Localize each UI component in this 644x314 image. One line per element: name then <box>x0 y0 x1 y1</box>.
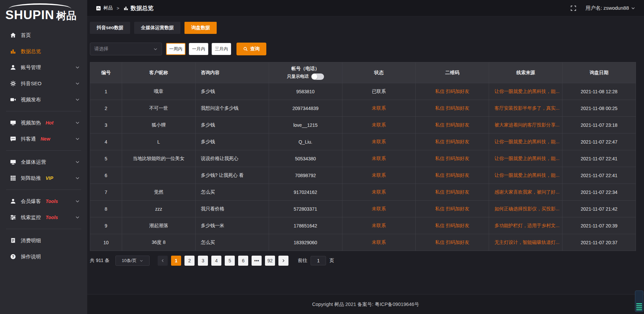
sidebar-item-home[interactable]: 首页 <box>0 27 87 43</box>
goto-unit-label: 页 <box>329 258 334 264</box>
column-header-0: 编号 <box>90 62 122 83</box>
cell-qrcode[interactable]: 私信 扫码加好友 <box>416 234 489 251</box>
search-button[interactable]: 查询 <box>236 43 266 55</box>
period-button-1[interactable]: 一月内 <box>189 43 208 55</box>
sidebar-divider <box>6 111 81 111</box>
sidebar-item-data-overview[interactable]: 数据总览 <box>0 43 87 59</box>
page-button-5[interactable]: 5 <box>225 256 235 266</box>
sidebar-item-douketong[interactable]: 抖客通New <box>0 131 87 147</box>
tab-media-ops-data[interactable]: 全媒体运营数据 <box>134 22 180 34</box>
filter-select[interactable]: 请选择 <box>90 43 162 55</box>
column-header-3: 帐号（电话）只显示电话 <box>269 62 342 83</box>
fullscreen-icon[interactable] <box>571 5 576 11</box>
breadcrumb-item-home[interactable]: 树品 <box>96 5 113 11</box>
cell-source[interactable]: 让你一眼就爱上的黑科技，能... <box>489 134 562 150</box>
cell-qrcode[interactable]: 私信 扫码加好友 <box>416 217 489 234</box>
page-size-label: 10条/页 <box>122 258 137 264</box>
cell-source[interactable]: 无主灯设计，智能磁吸轨道灯... <box>489 234 562 251</box>
cell-date: 2021-11-07 22:41 <box>562 167 636 184</box>
cell-source[interactable]: 如何正确选择投影仪，买投影... <box>489 201 562 217</box>
cell-source[interactable]: 让你一眼就爱上的黑科技，能... <box>489 167 562 184</box>
phone-only-toggle[interactable] <box>311 73 324 80</box>
sidebar-item-label: 全媒体运营 <box>21 159 46 165</box>
period-button-2[interactable]: 三月内 <box>212 43 231 55</box>
cell-source[interactable]: 让你一眼就爱上的黑科技，能... <box>489 83 562 100</box>
cell-qrcode[interactable]: 私信 扫码加好友 <box>416 83 489 100</box>
user-menu[interactable]: 用户名: zswodun88 <box>586 5 635 11</box>
sidebar-item-media-ops[interactable]: 全媒体运营 <box>0 154 87 170</box>
page-button-1[interactable]: 1 <box>171 256 181 266</box>
page-button-4[interactable]: 4 <box>211 256 221 266</box>
prev-page-button[interactable] <box>158 256 168 266</box>
page-size-select[interactable]: 10条/页 <box>115 256 150 266</box>
cell-qrcode[interactable]: 私信 扫码加好友 <box>416 201 489 217</box>
table-row: 2不可一世我想问这个多少钱2097344839未联系私信 扫码加好友客厅安装投影… <box>90 100 636 117</box>
tab-inquiry-data[interactable]: 询盘数据 <box>184 22 217 34</box>
sidebar-item-badge: New <box>41 136 50 142</box>
cell-id: 3 <box>90 117 122 134</box>
page-button-6[interactable]: 6 <box>238 256 248 266</box>
sidebar-item-account-manage[interactable]: 账号管理 <box>0 59 87 75</box>
cell-qrcode[interactable]: 私信 扫码加好友 <box>416 167 489 184</box>
table-row: 8zzz我只看价格572803371未联系私信 扫码加好友如何正确选择投影仪，买… <box>90 201 636 217</box>
cell-content: 多少钱 <box>195 134 269 150</box>
table-header-row: 编号客户昵称咨询内容帐号（电话）只显示电话状态二维码线索来源询盘日期 <box>90 62 636 83</box>
sidebar-item-label: 矩阵助推 <box>21 175 41 181</box>
cell-qrcode[interactable]: 私信 扫码加好友 <box>416 184 489 201</box>
column-header-1: 客户昵称 <box>122 62 196 83</box>
cell-id: 10 <box>90 234 122 251</box>
goto-page-input[interactable] <box>311 256 326 265</box>
cell-account: Q_Liu. <box>269 134 342 150</box>
sidebar-item-label: 会员爆客 <box>21 198 41 205</box>
cell-source[interactable]: 多功能护栏灯，适用于乡村文... <box>489 217 562 234</box>
cell-source[interactable]: 被大家追着问的客厅投影分享... <box>489 117 562 134</box>
table-row: 6多少钱? 让我死心 看70898792未联系私信 扫码加好友让你一眼就爱上的黑… <box>90 167 636 184</box>
cell-id: 1 <box>90 83 122 100</box>
table-row: 7觉然怎么买917024162未联系私信 扫码加好友感谢大家喜欢我家，被问了好.… <box>90 184 636 201</box>
gear-icon <box>10 81 16 87</box>
floating-widget[interactable] <box>635 291 643 312</box>
sidebar-item-help[interactable]: ?操作说明 <box>0 249 87 265</box>
sidebar-divider <box>6 150 81 151</box>
cell-source[interactable]: 感谢大家喜欢我家，被问了好... <box>489 184 562 201</box>
sidebar-item-consume-detail[interactable]: 消费明细 <box>0 232 87 249</box>
cell-status: 未联系 <box>342 201 416 217</box>
chevron-down-icon <box>75 120 80 125</box>
column-header-4: 状态 <box>342 62 416 83</box>
table-row: 1哦章多少钱9583810已联系私信 扫码加好友让你一眼就爱上的黑科技，能...… <box>90 83 636 100</box>
cell-qrcode[interactable]: 私信 扫码加好友 <box>416 134 489 150</box>
period-button-0[interactable]: 一周内 <box>166 43 185 55</box>
cell-nickname: zzz <box>122 201 196 217</box>
cell-account: 70898792 <box>269 167 342 184</box>
page-button-2[interactable]: 2 <box>184 256 195 266</box>
cell-nickname <box>122 167 196 184</box>
sidebar-item-label: 首页 <box>21 32 31 39</box>
topbar-right: 用户名: zswodun88 <box>571 5 635 11</box>
page-button-92[interactable]: 92 <box>265 256 275 266</box>
account-header: 帐号（电话）只显示电话 <box>271 66 340 80</box>
cell-status: 未联系 <box>342 217 416 234</box>
cell-qrcode[interactable]: 私信 扫码加好友 <box>416 150 489 167</box>
sidebar-item-member-baoke[interactable]: 会员爆客Tools <box>0 193 87 209</box>
bar-chart-icon <box>123 6 128 11</box>
sidebar-item-matrix-boost[interactable]: 矩阵助推VIP <box>0 170 87 186</box>
sidebar-item-clue-monitor[interactable]: 线索监控Tools <box>0 209 87 225</box>
sidebar-menu: 首页数据总览账号管理抖音SEO视频发布视频加热Hot抖客通New全媒体运营矩阵助… <box>0 22 87 265</box>
next-page-button[interactable] <box>278 256 288 266</box>
cell-account: 2097344839 <box>269 100 342 117</box>
cell-qrcode[interactable]: 私信 扫码加好友 <box>416 117 489 134</box>
cell-id: 7 <box>90 184 122 201</box>
logo[interactable]: SHUPIN 树品 <box>0 0 87 22</box>
screen-icon <box>10 159 16 165</box>
sidebar-divider <box>6 229 81 229</box>
sidebar-item-video-publish[interactable]: 视频发布 <box>0 92 87 108</box>
tab-douyin-seo-data[interactable]: 抖音seo数据 <box>90 22 130 34</box>
more-pages-button[interactable]: ••• <box>252 256 262 266</box>
sidebar-item-video-heat[interactable]: 视频加热Hot <box>0 115 87 131</box>
page-button-3[interactable]: 3 <box>198 256 208 266</box>
cell-source[interactable]: 客厅安装投影半年多了，真实... <box>489 100 562 117</box>
table-row: 4L多少钱Q_Liu.未联系私信 扫码加好友让你一眼就爱上的黑科技，能...20… <box>90 134 636 150</box>
sidebar-item-douyin-seo[interactable]: 抖音SEO <box>0 75 87 92</box>
cell-source[interactable]: 让你一眼就爱上的黑科技，能... <box>489 150 562 167</box>
cell-qrcode[interactable]: 私信 扫码加好友 <box>416 100 489 117</box>
